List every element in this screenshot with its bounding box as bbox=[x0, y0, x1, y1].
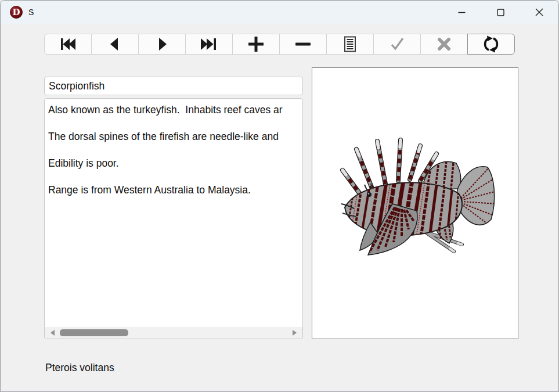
scroll-right-icon[interactable] bbox=[291, 329, 298, 336]
post-edit-button[interactable] bbox=[373, 34, 421, 55]
minimize-icon bbox=[458, 9, 466, 16]
notes-line bbox=[48, 170, 302, 184]
document-icon bbox=[340, 36, 360, 52]
prior-record-button[interactable] bbox=[91, 34, 139, 55]
edit-record-button[interactable] bbox=[326, 34, 374, 55]
lionfish-image bbox=[336, 135, 498, 263]
app-window: D S bbox=[0, 0, 559, 392]
next-record-button[interactable] bbox=[138, 34, 186, 55]
fish-image-panel bbox=[312, 67, 518, 339]
scrollbar-thumb[interactable] bbox=[60, 329, 128, 336]
notes-line: The dorsal spines of the firefish are ne… bbox=[48, 130, 302, 143]
first-record-button[interactable] bbox=[44, 34, 92, 55]
maximize-button[interactable] bbox=[487, 1, 514, 24]
refresh-data-button[interactable] bbox=[467, 34, 515, 55]
prior-record-icon bbox=[104, 37, 125, 51]
window-controls bbox=[436, 1, 558, 24]
last-record-button[interactable] bbox=[185, 34, 233, 55]
insert-record-button[interactable] bbox=[232, 34, 280, 55]
refresh-icon bbox=[481, 35, 502, 53]
notes-memo[interactable]: Also known as the turkeyfish. Inhabits r… bbox=[44, 98, 303, 339]
cancel-edit-button[interactable] bbox=[420, 34, 468, 55]
maximize-icon bbox=[497, 9, 504, 16]
scroll-left-icon[interactable] bbox=[49, 329, 56, 336]
app-icon-letter: D bbox=[12, 8, 20, 17]
notes-line bbox=[48, 143, 302, 157]
window-title: S bbox=[28, 8, 34, 17]
cross-icon bbox=[434, 37, 455, 52]
next-record-icon bbox=[152, 37, 172, 51]
notes-line: Also known as the turkeyfish. Inhabits r… bbox=[48, 103, 302, 117]
last-record-icon bbox=[199, 37, 219, 51]
notes-line: Edibility is poor. bbox=[48, 157, 302, 170]
close-button[interactable] bbox=[526, 1, 553, 24]
db-navigator bbox=[44, 34, 515, 55]
species-label: Pterois volitans bbox=[45, 362, 114, 374]
first-record-icon bbox=[57, 37, 78, 51]
notes-text: Also known as the turkeyfish. Inhabits r… bbox=[45, 99, 302, 197]
common-name-field[interactable] bbox=[44, 77, 303, 95]
minimize-button[interactable] bbox=[448, 1, 475, 24]
check-icon bbox=[387, 37, 407, 52]
titlebar: D S bbox=[1, 1, 558, 24]
notes-line: Range is from Western Australia to Malay… bbox=[48, 184, 302, 197]
delphi-app-icon: D bbox=[10, 6, 23, 19]
horizontal-scrollbar[interactable] bbox=[45, 327, 302, 339]
delete-record-button[interactable] bbox=[279, 34, 327, 55]
close-icon bbox=[535, 8, 543, 16]
minus-icon bbox=[293, 36, 313, 52]
plus-icon bbox=[246, 36, 266, 52]
notes-line bbox=[48, 117, 302, 130]
